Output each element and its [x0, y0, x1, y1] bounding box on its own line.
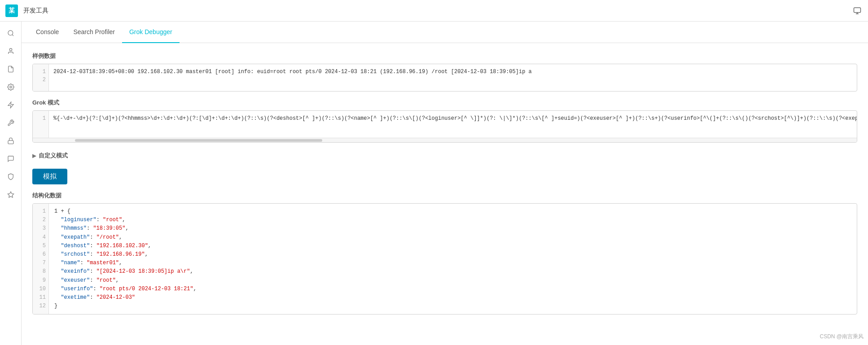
sidebar-icon-shield[interactable] — [3, 169, 19, 185]
sample-data-box[interactable]: 1 2 2024-12-03T18:39:05+08:00 192.168.10… — [32, 64, 857, 92]
sample-data-line-numbers: 1 2 — [33, 64, 49, 91]
grok-pattern-box[interactable]: 1 %{-\d+-\d+}(?:[\d]+)(?<hhmmss>\d+:\d+:… — [32, 110, 857, 143]
sample-data-label: 样例数据 — [32, 52, 857, 60]
structured-data-section: 结构化数据 1 2 3 4 5 6 7 8 9 10 — [32, 192, 857, 314]
sidebar-icon-wrench[interactable] — [3, 115, 19, 131]
json-line-1: 1 + { — [54, 207, 851, 216]
json-line-8: "exeinfo": "[2024-12-03 18:39:05]ip a\r"… — [54, 267, 851, 276]
custom-pattern-section: ▶ 自定义模式 — [32, 150, 857, 162]
content-area: Console Search Profiler Grok Debugger 样例… — [22, 22, 868, 345]
svg-marker-7 — [8, 102, 13, 108]
json-content[interactable]: 1 + { "loginuser": "root", "hhmmss": "18… — [49, 204, 857, 314]
svg-rect-0 — [854, 8, 861, 13]
sidebar-icon-bolt[interactable] — [3, 97, 19, 113]
json-line-12: } — [54, 302, 851, 310]
monitor-icon[interactable] — [852, 5, 863, 16]
custom-pattern-header[interactable]: ▶ 自定义模式 — [32, 150, 857, 162]
sidebar-icon-chat[interactable] — [3, 151, 19, 167]
svg-marker-9 — [8, 192, 13, 197]
tab-bar: Console Search Profiler Grok Debugger — [22, 22, 868, 43]
tab-grok-debugger[interactable]: Grok Debugger — [122, 22, 180, 43]
grok-scrollbar-thumb — [75, 139, 322, 142]
chevron-right-icon: ▶ — [32, 153, 36, 159]
header-right — [852, 5, 863, 16]
json-line-6: "srchost": "192.168.96.19", — [54, 250, 851, 259]
sidebar-icon-star[interactable] — [3, 187, 19, 203]
simulate-button[interactable]: 模拟 — [32, 169, 67, 184]
svg-line-4 — [12, 35, 13, 36]
grok-scrollbar[interactable] — [33, 138, 857, 142]
grok-pattern-label: Grok 模式 — [32, 99, 857, 107]
json-result-box[interactable]: 1 2 3 4 5 6 7 8 9 10 11 12 — [32, 203, 857, 314]
json-line-10: "userinfo": "root pts/0 2024-12-03 18:21… — [54, 285, 851, 293]
header-bar: 某 开发工具 — [0, 0, 868, 22]
custom-pattern-label: 自定义模式 — [39, 152, 68, 160]
sidebar — [0, 22, 22, 345]
grok-pattern-line-numbers: 1 — [33, 111, 49, 138]
grok-pattern-content[interactable]: %{-\d+-\d+}(?:[\d]+)(?<hhmmss>\d+:\d+:\d… — [49, 111, 857, 138]
sidebar-icon-file[interactable] — [3, 61, 19, 77]
structured-data-label: 结构化数据 — [32, 192, 857, 200]
svg-point-5 — [9, 48, 12, 51]
json-line-2: "loginuser": "root", — [54, 216, 851, 224]
sample-data-content[interactable]: 2024-12-03T18:39:05+08:00 192.168.102.30… — [49, 64, 857, 91]
json-line-7: "name": "master01", — [54, 259, 851, 267]
tab-console[interactable]: Console — [29, 22, 66, 43]
json-line-3: "hhmmss": "18:39:05", — [54, 224, 851, 233]
sidebar-icon-user[interactable] — [3, 43, 19, 59]
json-line-5: "deshost": "192.168.102.30", — [54, 242, 851, 250]
json-line-11: "exetime": "2024-12-03" — [54, 293, 851, 302]
svg-point-3 — [8, 31, 13, 35]
sidebar-icon-search[interactable] — [3, 25, 19, 41]
svg-rect-8 — [8, 140, 13, 144]
header-logo: 某 — [5, 4, 18, 17]
json-line-numbers: 1 2 3 4 5 6 7 8 9 10 11 12 — [33, 204, 49, 314]
header-title: 开发工具 — [23, 7, 48, 15]
json-line-4: "exepath": "/root", — [54, 233, 851, 242]
sidebar-icon-lock[interactable] — [3, 133, 19, 149]
json-line-9: "exeuser": "root", — [54, 276, 851, 285]
main-layout: Console Search Profiler Grok Debugger 样例… — [0, 22, 868, 345]
tab-search-profiler[interactable]: Search Profiler — [66, 22, 122, 43]
page-content: 样例数据 1 2 2024-12-03T18:39:05+08:00 192.1… — [22, 43, 868, 345]
sidebar-icon-settings[interactable] — [3, 79, 19, 95]
svg-point-6 — [10, 86, 12, 88]
